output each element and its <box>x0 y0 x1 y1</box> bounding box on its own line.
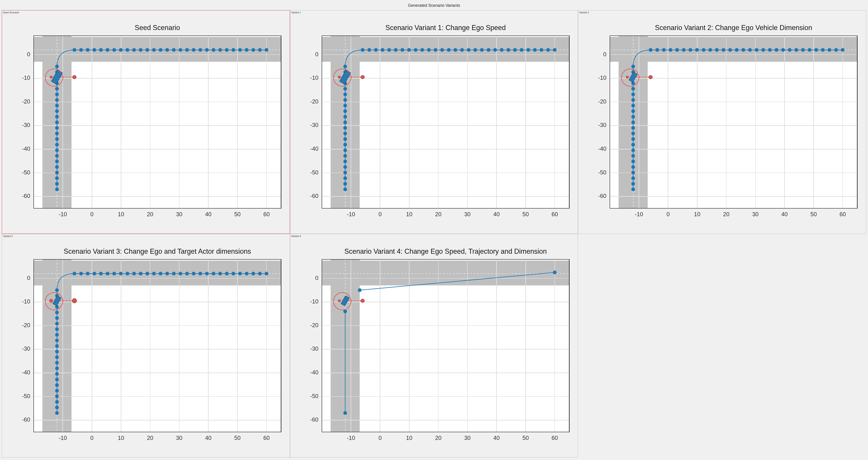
svg-point-330 <box>212 272 215 275</box>
svg-point-63 <box>55 121 59 124</box>
empty-panel <box>578 234 866 458</box>
svg-text:0: 0 <box>90 211 93 217</box>
svg-point-120 <box>381 48 384 52</box>
plot-axes[interactable]: -1001020304050600-10-20-30-40-50-60Scena… <box>290 10 578 234</box>
svg-point-123 <box>401 48 404 52</box>
plot-axes[interactable]: -1001020304050600-10-20-30-40-50-60Scena… <box>578 10 866 234</box>
svg-point-126 <box>421 48 424 52</box>
svg-point-338 <box>265 272 268 275</box>
svg-text:-30: -30 <box>22 122 30 128</box>
svg-point-23 <box>86 48 90 52</box>
svg-point-30 <box>132 48 136 52</box>
svg-point-229 <box>755 48 758 52</box>
svg-point-249 <box>631 154 635 158</box>
svg-text:-20: -20 <box>310 98 318 105</box>
svg-point-236 <box>801 48 805 52</box>
scenario-panel[interactable]: Variant 3-1001020304050600-10-20-30-40-5… <box>2 234 290 458</box>
svg-point-66 <box>55 104 59 107</box>
svg-point-237 <box>808 48 811 52</box>
svg-point-139 <box>506 48 510 52</box>
scenario-panel[interactable]: Variant 4-1001020304050600-10-20-30-40-5… <box>290 234 578 458</box>
svg-point-32 <box>145 48 149 52</box>
svg-text:-10: -10 <box>347 211 355 217</box>
svg-point-58 <box>55 149 59 152</box>
svg-point-148 <box>343 182 347 186</box>
svg-point-145 <box>546 48 550 52</box>
svg-point-327 <box>192 272 195 275</box>
svg-point-247 <box>631 165 635 169</box>
svg-point-314 <box>106 272 110 275</box>
svg-point-312 <box>92 272 96 275</box>
svg-text:-20: -20 <box>22 98 30 105</box>
svg-point-130 <box>447 48 451 52</box>
svg-point-41 <box>205 48 209 52</box>
svg-point-154 <box>343 149 347 152</box>
svg-point-244 <box>631 182 635 186</box>
svg-point-246 <box>631 171 635 174</box>
svg-point-50 <box>265 48 268 52</box>
scenario-panel[interactable]: Seed Scenario-1001020304050600-10-20-30-… <box>2 10 290 234</box>
plot-axes[interactable]: -1001020304050600-10-20-30-40-50-60Scena… <box>290 234 578 457</box>
svg-point-135 <box>480 48 484 52</box>
svg-point-313 <box>99 272 103 275</box>
svg-point-68 <box>55 93 59 96</box>
svg-point-255 <box>631 121 635 124</box>
svg-text:50: 50 <box>234 211 241 217</box>
svg-text:-30: -30 <box>598 122 607 128</box>
plot-axes[interactable]: -1001020304050600-10-20-30-40-50-60Scena… <box>2 234 290 457</box>
svg-text:-10: -10 <box>22 74 30 81</box>
plot-axes[interactable]: -1001020304050600-10-20-30-40-50-60Seed … <box>2 10 290 234</box>
svg-point-118 <box>367 48 371 52</box>
svg-text:10: 10 <box>406 435 412 441</box>
svg-text:Scenario Variant 3: Change Ego: Scenario Variant 3: Change Ego and Targe… <box>64 248 251 255</box>
svg-point-240 <box>828 48 831 52</box>
svg-point-67 <box>55 98 59 102</box>
svg-point-29 <box>126 48 129 52</box>
svg-point-328 <box>198 272 202 275</box>
svg-point-122 <box>394 48 397 52</box>
svg-point-54 <box>55 171 59 174</box>
svg-text:40: 40 <box>493 435 500 441</box>
svg-text:-60: -60 <box>22 193 30 199</box>
svg-text:-60: -60 <box>310 193 318 199</box>
svg-point-217 <box>675 48 679 52</box>
svg-point-156 <box>343 137 347 141</box>
scenario-panel[interactable]: Variant 2-1001020304050600-10-20-30-40-5… <box>578 10 866 234</box>
scenario-panel[interactable]: Variant 1-1001020304050600-10-20-30-40-5… <box>290 10 578 234</box>
svg-text:-30: -30 <box>310 122 318 128</box>
svg-text:50: 50 <box>522 211 529 217</box>
svg-point-39 <box>192 48 195 52</box>
svg-point-44 <box>225 48 228 52</box>
svg-point-335 <box>245 272 248 275</box>
svg-text:20: 20 <box>435 435 441 441</box>
svg-text:40: 40 <box>205 435 211 441</box>
svg-point-239 <box>821 48 825 52</box>
svg-text:-30: -30 <box>22 346 30 352</box>
svg-text:Seed Scenario: Seed Scenario <box>135 24 180 31</box>
svg-text:-10: -10 <box>598 74 607 81</box>
svg-point-219 <box>688 48 692 52</box>
svg-point-241 <box>834 48 838 52</box>
svg-point-233 <box>781 48 785 52</box>
svg-point-163 <box>343 98 347 102</box>
svg-point-356 <box>55 316 59 320</box>
svg-point-35 <box>165 48 169 52</box>
svg-point-251 <box>631 143 635 146</box>
svg-text:-10: -10 <box>310 74 318 81</box>
svg-point-407 <box>343 411 347 415</box>
svg-point-222 <box>708 48 712 52</box>
svg-text:Scenario Variant 1: Change Ego: Scenario Variant 1: Change Ego Speed <box>385 24 506 32</box>
svg-point-411 <box>361 299 364 302</box>
svg-text:-60: -60 <box>310 417 318 423</box>
svg-point-51 <box>55 188 59 191</box>
svg-text:60: 60 <box>264 211 270 217</box>
svg-point-53 <box>55 176 59 180</box>
svg-point-140 <box>513 48 517 52</box>
svg-point-326 <box>185 272 189 275</box>
svg-point-76 <box>72 75 76 79</box>
svg-text:50: 50 <box>811 211 817 217</box>
svg-text:-20: -20 <box>310 322 318 328</box>
svg-point-55 <box>55 165 59 169</box>
svg-point-57 <box>55 154 59 158</box>
svg-point-125 <box>414 48 417 52</box>
